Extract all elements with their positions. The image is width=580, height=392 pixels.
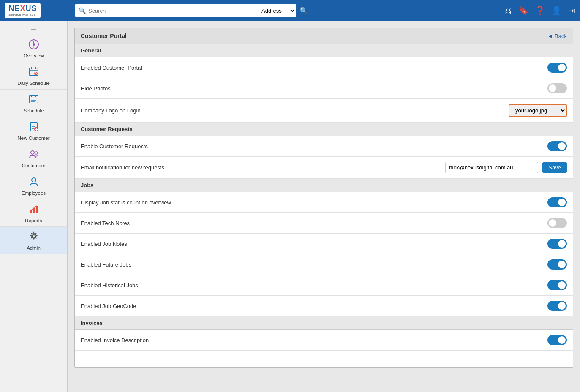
label-hide-photos: Hide Photos <box>81 85 547 92</box>
control-enabled-tech-notes <box>547 218 567 228</box>
row-enable-customer-requests: Enable Customer Requests <box>75 136 573 157</box>
toggle-slider-enabled-job-notes <box>547 239 567 249</box>
row-display-job-status-count: Display Job status count on overview <box>75 192 573 213</box>
label-display-job-status-count: Display Job status count on overview <box>81 199 547 206</box>
back-button[interactable]: ◄ Back <box>548 33 567 39</box>
new-customer-icon <box>28 121 39 134</box>
schedule-icon <box>28 94 39 106</box>
sidebar-label-reports: Reports <box>25 218 42 223</box>
label-enabled-customer-portal: Enabled Customer Portal <box>81 65 547 71</box>
toggle-enabled-invoice-description[interactable] <box>547 335 567 345</box>
logo-select[interactable]: your-logo.jpg none default-logo.png <box>509 104 567 117</box>
row-enabled-customer-portal: Enabled Customer Portal <box>75 57 573 78</box>
panel-header: Customer Portal ◄ Back <box>75 28 573 44</box>
row-enabled-job-notes: Enabled Job Notes <box>75 234 573 254</box>
overview-icon <box>28 39 39 52</box>
sidebar-label-schedule: Schedule <box>24 108 44 113</box>
row-company-logo-on-login: Company Logo on Login your-logo.jpg none… <box>75 99 573 122</box>
toggle-slider-enabled-job-geocode <box>547 301 567 311</box>
row-empty-bottom <box>75 351 573 368</box>
toggle-enable-customer-requests[interactable] <box>547 141 567 151</box>
search-icon: 🔍 <box>79 7 86 14</box>
employees-icon <box>28 176 39 189</box>
search-go-button[interactable]: 🔍 <box>296 4 311 17</box>
sidebar-label-new-customer: New Customer <box>17 136 49 141</box>
row-enabled-tech-notes: Enabled Tech Notes <box>75 213 573 234</box>
control-company-logo-on-login: your-logo.jpg none default-logo.png <box>509 104 567 117</box>
svg-point-24 <box>31 151 34 154</box>
sidebar-label-daily-schedule: Daily Schedule <box>17 81 50 86</box>
logo-area: NEXUS Service Manager <box>5 3 71 19</box>
toggle-slider-enabled-customer-portal <box>547 63 567 73</box>
print-icon[interactable]: 🖨 <box>504 6 512 16</box>
control-hide-photos <box>547 83 567 93</box>
label-company-logo-on-login: Company Logo on Login <box>81 107 509 114</box>
label-enabled-job-geocode: Enabled Job GeoCode <box>81 303 547 309</box>
toggle-enabled-tech-notes[interactable] <box>547 218 567 228</box>
row-email-notification: Email notification for new requests Save <box>75 157 573 179</box>
control-enabled-historical-jobs <box>547 280 567 290</box>
user-icon[interactable]: 👤 <box>551 5 562 16</box>
logo-box: NEXUS Service Manager <box>5 3 41 19</box>
email-notification-input[interactable] <box>445 162 538 173</box>
header-actions: 🖨 🔖 ❓ 👤 ⇥ <box>504 5 575 16</box>
sidebar-collapse-button[interactable]: — <box>0 24 67 33</box>
sidebar-item-customers[interactable]: Customers <box>0 144 67 172</box>
toggle-enabled-historical-jobs[interactable] <box>547 280 567 290</box>
customers-icon <box>28 149 39 161</box>
row-enabled-job-geocode: Enabled Job GeoCode <box>75 296 573 316</box>
search-type-select[interactable]: Address Customer Job <box>256 4 296 17</box>
toggle-slider-enable-customer-requests <box>547 141 567 151</box>
toggle-enabled-future-jobs[interactable] <box>547 259 567 270</box>
control-display-job-status-count <box>547 197 567 207</box>
search-input[interactable] <box>88 8 253 14</box>
bookmark-icon[interactable]: 🔖 <box>518 5 529 16</box>
sidebar-item-schedule[interactable]: Schedule <box>0 90 67 117</box>
sidebar-item-overview[interactable]: Overview <box>0 35 67 62</box>
control-enabled-future-jobs <box>547 259 567 270</box>
label-enabled-invoice-description: Enabled Invoice Description <box>81 337 547 343</box>
help-icon[interactable]: ❓ <box>535 5 545 16</box>
toggle-hide-photos[interactable] <box>547 83 567 93</box>
main-content: Customer Portal ◄ Back General Enabled C… <box>68 21 580 392</box>
control-enable-customer-requests <box>547 141 567 151</box>
sidebar-item-new-customer[interactable]: New Customer <box>0 117 67 144</box>
sidebar-item-reports[interactable]: Reports <box>0 199 67 227</box>
label-email-notification: Email notification for new requests <box>81 164 445 171</box>
sidebar-label-employees: Employees <box>22 191 46 196</box>
sidebar-item-admin[interactable]: Admin <box>0 227 67 254</box>
section-invoices: Invoices <box>75 316 573 330</box>
toggle-slider-enabled-invoice-description <box>547 335 567 345</box>
svg-point-26 <box>32 178 36 182</box>
toggle-slider-enabled-tech-notes <box>547 218 567 228</box>
control-enabled-invoice-description <box>547 335 567 345</box>
logout-icon[interactable]: ⇥ <box>568 5 575 16</box>
toggle-enabled-customer-portal[interactable] <box>547 63 567 73</box>
section-jobs: Jobs <box>75 179 573 192</box>
sidebar-label-overview: Overview <box>24 53 44 58</box>
svg-point-1 <box>33 43 35 46</box>
toggle-enabled-job-geocode[interactable] <box>547 301 567 311</box>
label-enabled-job-notes: Enabled Job Notes <box>81 241 547 247</box>
sidebar: — Overview Daily Schedule Schedule New C… <box>0 21 68 392</box>
control-enabled-job-notes <box>547 239 567 249</box>
row-enabled-historical-jobs: Enabled Historical Jobs <box>75 275 573 296</box>
row-enabled-invoice-description: Enabled Invoice Description <box>75 330 573 351</box>
sidebar-item-employees[interactable]: Employees <box>0 172 67 199</box>
toggle-slider-display-job-status-count <box>547 197 567 207</box>
logo-sub: Service Manager <box>8 13 37 17</box>
label-enabled-historical-jobs: Enabled Historical Jobs <box>81 282 547 289</box>
sidebar-item-daily-schedule[interactable]: Daily Schedule <box>0 62 67 90</box>
section-general: General <box>75 44 573 57</box>
top-header: NEXUS Service Manager 🔍 Address Customer… <box>0 0 580 21</box>
section-customer-requests: Customer Requests <box>75 122 573 136</box>
panel-title: Customer Portal <box>81 33 127 39</box>
row-hide-photos: Hide Photos <box>75 78 573 99</box>
customer-portal-panel: Customer Portal ◄ Back General Enabled C… <box>74 28 573 368</box>
toggle-display-job-status-count[interactable] <box>547 197 567 207</box>
svg-rect-29 <box>36 206 38 213</box>
email-save-button[interactable]: Save <box>542 162 567 173</box>
toggle-enabled-job-notes[interactable] <box>547 239 567 249</box>
row-enabled-future-jobs: Enabled Future Jobs <box>75 254 573 275</box>
label-enabled-tech-notes: Enabled Tech Notes <box>81 220 547 226</box>
